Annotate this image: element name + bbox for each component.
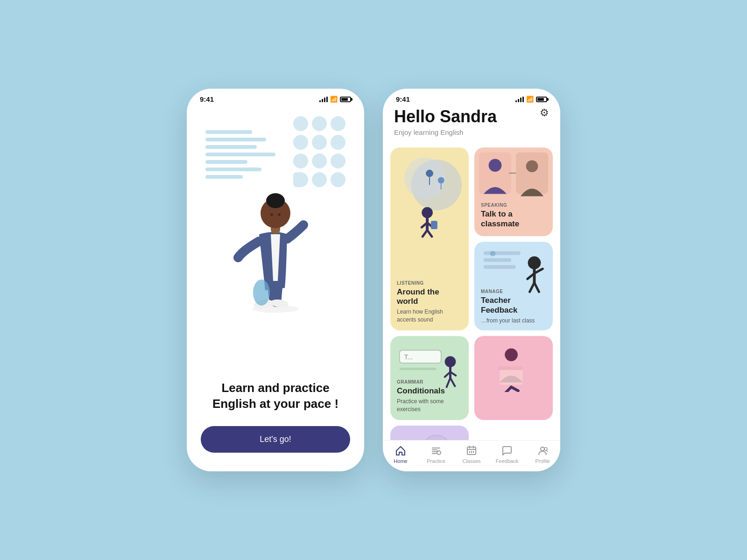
svg-rect-22: [431, 221, 437, 229]
nav-profile-label: Profile: [535, 458, 550, 464]
onboarding-content: Learn and practice English at your pace …: [187, 107, 364, 471]
status-icons-1: 📶: [319, 96, 351, 103]
card-classmate-title: Talk to a classmate: [481, 210, 546, 229]
svg-rect-47: [500, 369, 522, 385]
card-feedback-content: MANAGE Teacher Feedback …from your last …: [474, 285, 553, 330]
settings-icon[interactable]: ⚙: [540, 107, 549, 119]
card-cooking[interactable]: SPEAKING Cooking: [390, 426, 469, 440]
nav-practice-label: Practice: [427, 458, 445, 464]
feedback-icon: [501, 445, 513, 456]
svg-line-21: [427, 230, 432, 237]
card-grammar-content: GRAMMAR Conditionals Practice with some …: [390, 373, 469, 420]
person-illustration: [224, 164, 327, 323]
phones-container: 9:41 📶: [187, 89, 560, 471]
card-grammar[interactable]: T... GRAMMAR Conditionals: [390, 336, 469, 420]
nav-practice[interactable]: Practice: [418, 445, 454, 464]
card-feedback-desc: …from your last class: [481, 317, 546, 325]
svg-rect-27: [484, 251, 521, 255]
speaking-illustration: [474, 147, 553, 203]
status-icons-2: 📶: [515, 96, 547, 103]
classes-icon: [466, 445, 477, 456]
card-grammar-title: Conditionals: [397, 386, 462, 396]
svg-rect-29: [484, 265, 516, 269]
svg-point-55: [437, 451, 441, 455]
phone-onboarding: 9:41 📶: [187, 89, 364, 471]
svg-point-46: [505, 348, 518, 361]
card-grammar-category: GRAMMAR: [397, 379, 462, 385]
svg-point-63: [541, 447, 544, 451]
onboarding-title-line2: English at your pace !: [212, 396, 338, 412]
svg-rect-39: [400, 368, 437, 370]
nav-feedback[interactable]: Feedback: [489, 445, 525, 464]
card-pink-extra[interactable]: [474, 336, 553, 420]
cards-grid: LISTENING Around the world Learn how Eng…: [390, 147, 553, 440]
profile-icon: [537, 445, 548, 456]
card-feedback[interactable]: MANAGE Teacher Feedback …from your last …: [474, 242, 553, 330]
home-header: ⚙ Hello Sandra Enjoy learning English: [383, 107, 560, 142]
bottom-nav: Home Practice Class: [383, 440, 560, 471]
svg-point-31: [528, 256, 541, 269]
status-bar-1: 9:41 📶: [187, 89, 364, 107]
signal-icon-1: [319, 97, 328, 102]
nav-home[interactable]: Home: [383, 445, 418, 464]
svg-point-9: [270, 213, 273, 216]
greeting-name: Hello Sandra: [394, 107, 549, 126]
nav-profile[interactable]: Profile: [525, 445, 560, 464]
cooking-illustration: [390, 426, 469, 440]
svg-rect-24: [516, 153, 548, 194]
card-grammar-desc: Practice with some exercises: [397, 398, 462, 413]
card-speaking-classmate[interactable]: SPEAKING Talk to a classmate: [474, 147, 553, 236]
signal-icon-2: [515, 97, 524, 102]
onboarding-title-line1: Learn and practice: [212, 380, 338, 396]
nav-classes-label: Classes: [462, 458, 480, 464]
illustration-area: [201, 107, 350, 380]
svg-line-50: [511, 387, 518, 391]
svg-point-51: [423, 435, 450, 440]
wifi-icon-2: 📶: [526, 96, 534, 103]
listening-illustration: [390, 147, 469, 241]
cards-scroll: LISTENING Around the world Learn how Eng…: [383, 142, 560, 440]
card-listening-content: LISTENING Around the world Learn how Eng…: [390, 274, 469, 330]
svg-point-26: [526, 160, 538, 172]
card-listening-category: LISTENING: [397, 280, 462, 286]
nav-home-label: Home: [394, 458, 407, 464]
card-listening-title: Around the world: [397, 287, 462, 307]
svg-point-40: [445, 356, 456, 367]
svg-point-25: [489, 159, 502, 172]
greeting-subtitle: Enjoy learning English: [394, 128, 549, 136]
wifi-icon-1: 📶: [330, 96, 338, 103]
card-listening-desc: Learn how English accents sound: [397, 308, 462, 324]
nav-classes[interactable]: Classes: [454, 445, 489, 464]
onboarding-text: Learn and practice English at your pace …: [212, 380, 338, 412]
svg-point-7: [266, 193, 285, 208]
card-listening[interactable]: LISTENING Around the world Learn how Eng…: [390, 147, 469, 330]
card-classmate-category: SPEAKING: [481, 203, 546, 208]
svg-point-16: [422, 207, 433, 218]
svg-rect-48: [497, 366, 522, 370]
svg-point-10: [278, 213, 281, 216]
svg-point-15: [438, 177, 444, 183]
svg-point-11: [253, 280, 270, 306]
battery-icon-2: [536, 97, 547, 102]
bg-circles: [293, 116, 345, 187]
card-classmate-content: SPEAKING Talk to a classmate: [474, 199, 553, 236]
practice-icon: [430, 445, 442, 456]
status-time-1: 9:41: [200, 95, 214, 103]
phone-home: 9:41 📶 ⚙ Hello Sandra Enjoy learning Eng…: [383, 89, 560, 471]
status-bar-2: 9:41 📶: [383, 89, 560, 107]
svg-rect-28: [484, 258, 511, 262]
svg-point-30: [490, 251, 496, 256]
svg-text:T...: T...: [404, 353, 413, 361]
home-icon: [395, 445, 406, 456]
card-feedback-category: MANAGE: [481, 289, 546, 294]
battery-icon-1: [340, 97, 351, 102]
status-time-2: 9:41: [396, 95, 410, 103]
card-feedback-title: Teacher Feedback: [481, 296, 546, 315]
pink-illustration: [474, 336, 553, 392]
bg-lines: [205, 130, 275, 179]
svg-point-14: [426, 170, 433, 177]
lets-go-button[interactable]: Let's go!: [201, 426, 350, 453]
nav-feedback-label: Feedback: [496, 458, 518, 464]
